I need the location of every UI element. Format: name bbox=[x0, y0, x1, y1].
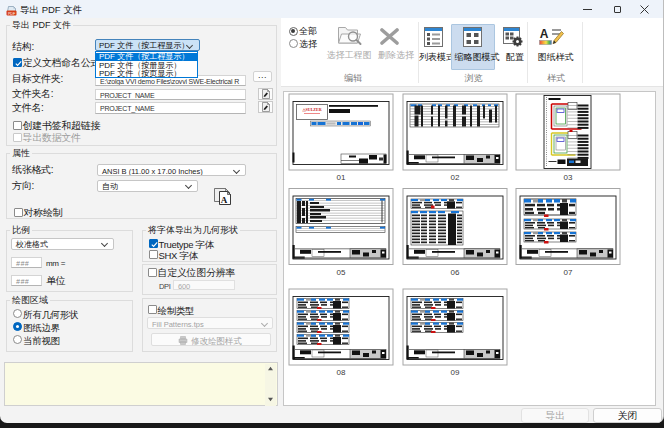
svg-text:A: A bbox=[221, 195, 228, 205]
svg-text:A: A bbox=[540, 27, 549, 41]
svg-text:PDF: PDF bbox=[8, 11, 16, 15]
svg-text:08: 08 bbox=[336, 368, 345, 377]
svg-text:07: 07 bbox=[563, 267, 572, 276]
svg-text:06: 06 bbox=[450, 267, 459, 276]
svg-text:△SULZER: △SULZER bbox=[301, 107, 321, 112]
svg-text:05: 05 bbox=[336, 267, 345, 276]
svg-text:01: 01 bbox=[336, 173, 345, 182]
svg-text:02: 02 bbox=[450, 173, 459, 182]
svg-text:09: 09 bbox=[450, 368, 459, 377]
svg-text:03: 03 bbox=[563, 173, 572, 182]
